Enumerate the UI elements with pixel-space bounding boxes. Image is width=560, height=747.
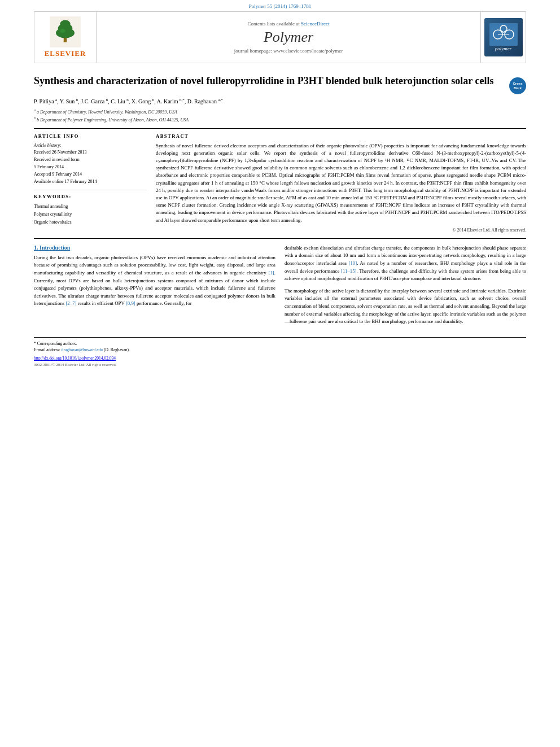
abstract-col: ABSTRACT Synthesis of novel fullerene de… — [156, 133, 526, 233]
revised-date: 5 February 2014 — [34, 164, 147, 171]
elsevier-logo: ELSEVIER — [45, 16, 86, 58]
affiliation-b: b b Department of Polymer Engineering, U… — [34, 116, 526, 124]
ref-2-7[interactable]: [2–7] — [65, 300, 76, 306]
svg-text:Cross: Cross — [513, 82, 523, 85]
keywords-list: Thermal annealing Polymer crystallinity … — [34, 203, 147, 226]
keyword-2: Polymer crystallinity — [34, 211, 147, 219]
journal-title: Polymer — [264, 29, 313, 46]
intro-two-col: 1. Introduction During the last two deca… — [34, 244, 526, 326]
journal-ref-text: Polymer 55 (2014) 1769–1781 — [249, 3, 312, 9]
intro-para1: During the last two decades, organic pho… — [34, 254, 275, 308]
polymer-logo-section: polymer — [480, 12, 526, 63]
email-person: (D. Raghavan). — [104, 347, 130, 352]
journal-homepage: journal homepage: www.elsevier.com/locat… — [234, 48, 343, 54]
article-history: Article history: Received 26 November 20… — [34, 142, 147, 186]
accepted-date: Accepted 9 February 2014 — [34, 171, 147, 178]
article-title: Synthesis and characterization of novel … — [34, 75, 504, 88]
journal-reference: Polymer 55 (2014) 1769–1781 — [0, 0, 560, 11]
ref-8-9[interactable]: [8,9] — [126, 300, 135, 306]
email-label: E-mail address: — [34, 347, 60, 352]
keywords-heading: Keywords: — [34, 194, 147, 199]
footnote-section: * Corresponding authors. E-mail address:… — [34, 337, 526, 353]
ref-1[interactable]: [1] — [269, 270, 274, 276]
doi-anchor[interactable]: http://dx.doi.org/10.1016/j.polymer.2014… — [34, 356, 116, 361]
abstract-heading: ABSTRACT — [156, 133, 526, 139]
history-label: Article history: — [34, 142, 147, 150]
issn-line: 0032-3861/© 2014 Elsevier Ltd. All right… — [34, 362, 526, 367]
svg-point-13 — [510, 78, 525, 93]
doi-link: http://dx.doi.org/10.1016/j.polymer.2014… — [34, 356, 526, 361]
article-info-col: ARTICLE INFO Article history: Received 2… — [34, 133, 147, 233]
ref-11-15[interactable]: [11–15] — [341, 268, 357, 274]
svg-text:Mark: Mark — [514, 86, 522, 90]
intro-right-col: desirable exciton dissociation and ultra… — [285, 244, 526, 326]
intro-heading: 1. Introduction — [34, 244, 275, 251]
footnote-corresponding: * Corresponding authors. — [34, 340, 526, 347]
ref-10[interactable]: [10] — [348, 260, 357, 266]
article-info-abstract: ARTICLE INFO Article history: Received 2… — [34, 133, 526, 233]
elsevier-tree-icon — [50, 16, 81, 47]
intro-para2: desirable exciton dissociation and ultra… — [285, 244, 526, 283]
section-divider — [34, 238, 526, 239]
svg-point-4 — [60, 20, 70, 28]
keywords-section: Keywords: Thermal annealing Polymer crys… — [34, 194, 147, 226]
footnote-email: E-mail address: draghavan@howard.edu (D.… — [34, 347, 526, 353]
polymer-logo-image — [489, 23, 518, 46]
sciencedirect-link[interactable]: ScienceDirect — [301, 21, 329, 27]
svg-point-5 — [60, 29, 65, 33]
polymer-logo-box: polymer — [484, 18, 523, 56]
abstract-text: Synthesis of novel fullerene derived ele… — [156, 142, 526, 224]
elsevier-text: ELSEVIER — [45, 49, 86, 58]
info-divider — [34, 190, 147, 190]
introduction-section: 1. Introduction During the last two deca… — [34, 244, 526, 337]
header-divider — [34, 128, 526, 129]
crossmark-badge: Cross Mark — [509, 77, 526, 94]
main-content: Synthesis and characterization of novel … — [34, 63, 526, 239]
authors-line: P. Pitliya a, Y. Sun b, J.C. Garza b, C.… — [34, 98, 526, 104]
elsevier-logo-section: ELSEVIER — [34, 12, 97, 63]
affiliations: a a Department of Chemistry, Howard Univ… — [34, 108, 526, 123]
journal-center-header: Contents lists available at ScienceDirec… — [97, 12, 480, 63]
affiliation-a: a a Department of Chemistry, Howard Univ… — [34, 108, 526, 116]
polymer-logo-text: polymer — [495, 46, 512, 51]
email-link[interactable]: draghavan@howard.edu — [62, 347, 103, 352]
article-info-heading: ARTICLE INFO — [34, 133, 147, 139]
revised-label: Received in revised form — [34, 156, 147, 164]
intro-left-col: 1. Introduction During the last two deca… — [34, 244, 275, 326]
keyword-3: Organic hotovoltaics — [34, 219, 147, 226]
copyright-line: © 2014 Elsevier Ltd. All rights reserved… — [156, 228, 526, 233]
available-date: Available online 17 February 2014 — [34, 178, 147, 186]
journal-header: ELSEVIER Contents lists available at Sci… — [34, 11, 526, 63]
keyword-1: Thermal annealing — [34, 203, 147, 211]
crossmark-icon: Cross Mark — [509, 77, 526, 94]
contents-available-text: Contents lists available at ScienceDirec… — [248, 21, 330, 27]
received-date: Received 26 November 2013 — [34, 149, 147, 156]
intro-para3: The morphology of the active layer is di… — [285, 287, 526, 326]
